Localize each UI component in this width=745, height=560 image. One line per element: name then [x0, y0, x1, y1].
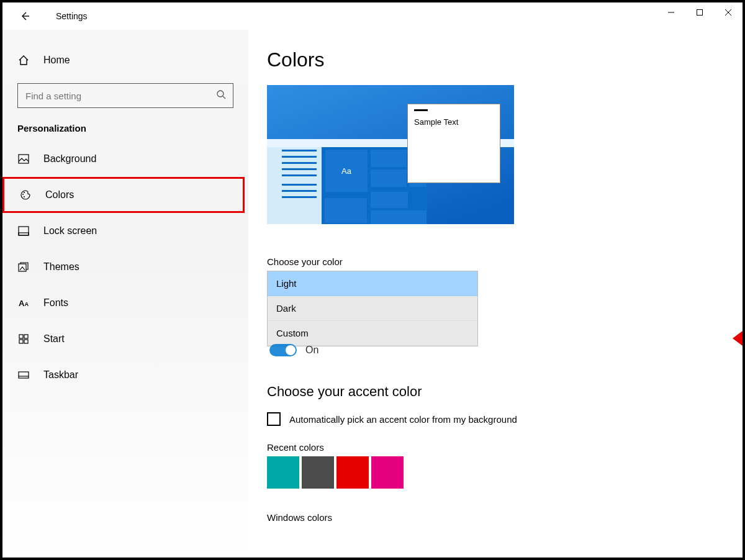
home-nav[interactable]: Home	[2, 42, 248, 78]
auto-accent-checkbox-row[interactable]: Automatically pick an accent color from …	[267, 412, 718, 426]
annotation-arrow-icon	[733, 298, 743, 379]
color-mode-dropdown[interactable]: Light Dark Custom	[267, 271, 478, 346]
sidebar-item-fonts[interactable]: AA Fonts	[2, 285, 248, 321]
search-input[interactable]	[17, 83, 233, 108]
sidebar-item-label: Taskbar	[43, 369, 78, 381]
home-label: Home	[43, 55, 70, 66]
taskbar-icon	[17, 369, 30, 381]
close-button[interactable]	[714, 2, 743, 22]
window-controls	[657, 2, 743, 22]
svg-point-5	[217, 91, 224, 97]
sidebar-item-background[interactable]: Background	[2, 141, 248, 177]
svg-point-8	[22, 194, 24, 195]
color-swatch[interactable]	[267, 456, 299, 489]
color-preview: Aa Sample Text	[267, 85, 514, 224]
svg-point-10	[24, 196, 25, 197]
main-content: Colors Aa Sample Text	[248, 30, 743, 558]
toggle-label: On	[305, 345, 318, 356]
search-box[interactable]	[17, 83, 233, 108]
title-bar: Settings	[2, 2, 743, 30]
auto-accent-label: Automatically pick an accent color from …	[289, 414, 517, 425]
windows-colors-label: Windows colors	[267, 512, 718, 523]
palette-icon	[19, 189, 32, 201]
sidebar-item-label: Background	[43, 153, 96, 165]
recent-colors-label: Recent colors	[267, 442, 718, 453]
checkbox[interactable]	[267, 412, 281, 426]
svg-rect-18	[19, 372, 29, 378]
sidebar-item-colors[interactable]: Colors	[2, 177, 245, 213]
app-title: Settings	[56, 11, 88, 21]
maximize-button[interactable]	[685, 2, 714, 22]
maximize-icon	[696, 9, 703, 16]
sidebar-item-lock-screen[interactable]: Lock screen	[2, 213, 248, 249]
svg-rect-2	[697, 10, 703, 16]
page-title: Colors	[267, 48, 718, 71]
sidebar-item-label: Start	[43, 333, 65, 345]
fonts-icon: AA	[17, 297, 30, 309]
svg-marker-20	[733, 301, 743, 376]
close-icon	[725, 9, 732, 16]
sidebar-item-label: Colors	[45, 189, 74, 201]
svg-line-6	[223, 96, 225, 99]
svg-rect-13	[19, 264, 26, 271]
accent-color-heading: Choose your accent color	[267, 384, 718, 400]
toggle-switch[interactable]	[269, 344, 297, 356]
sidebar-item-start[interactable]: Start	[2, 321, 248, 357]
svg-rect-17	[24, 340, 28, 343]
color-swatch[interactable]	[371, 456, 404, 489]
preview-aa-tile: Aa	[325, 150, 368, 192]
sidebar-item-label: Fonts	[43, 297, 68, 309]
start-icon	[17, 333, 30, 345]
dropdown-option-label: Custom	[276, 328, 309, 338]
dropdown-option-light[interactable]: Light	[268, 271, 477, 296]
sidebar-item-taskbar[interactable]: Taskbar	[2, 357, 248, 393]
dropdown-option-dark[interactable]: Dark	[268, 296, 477, 321]
sample-text-label: Sample Text	[414, 117, 458, 127]
preview-sample-window: Sample Text	[407, 104, 500, 183]
dropdown-option-custom[interactable]: Custom	[268, 321, 477, 346]
color-swatch[interactable]	[302, 456, 334, 489]
svg-rect-11	[19, 227, 29, 235]
search-icon	[216, 89, 226, 102]
home-icon	[17, 54, 30, 66]
svg-rect-7	[19, 155, 29, 163]
sidebar: Home Personalization Background Colors	[2, 30, 248, 558]
recent-colors-swatches	[267, 456, 718, 489]
svg-rect-14	[19, 335, 23, 338]
minimize-icon	[667, 9, 675, 16]
picture-icon	[17, 153, 30, 165]
sidebar-item-label: Lock screen	[43, 225, 97, 237]
dropdown-option-label: Light	[276, 278, 297, 289]
choose-color-label: Choose your color	[267, 256, 718, 267]
svg-rect-16	[19, 340, 23, 343]
minimize-button[interactable]	[657, 2, 685, 22]
svg-rect-12	[19, 233, 29, 235]
sidebar-group-title: Personalization	[2, 108, 248, 141]
svg-point-9	[24, 192, 25, 193]
dropdown-option-label: Dark	[276, 303, 296, 314]
back-button[interactable]	[12, 4, 37, 29]
lock-screen-icon	[17, 225, 30, 237]
sidebar-item-themes[interactable]: Themes	[2, 249, 248, 285]
arrow-left-icon	[20, 11, 30, 21]
themes-icon	[17, 261, 30, 273]
svg-rect-15	[24, 335, 28, 338]
sidebar-item-label: Themes	[43, 261, 79, 273]
color-swatch[interactable]	[336, 456, 369, 489]
transparency-toggle-row: On	[267, 343, 718, 358]
